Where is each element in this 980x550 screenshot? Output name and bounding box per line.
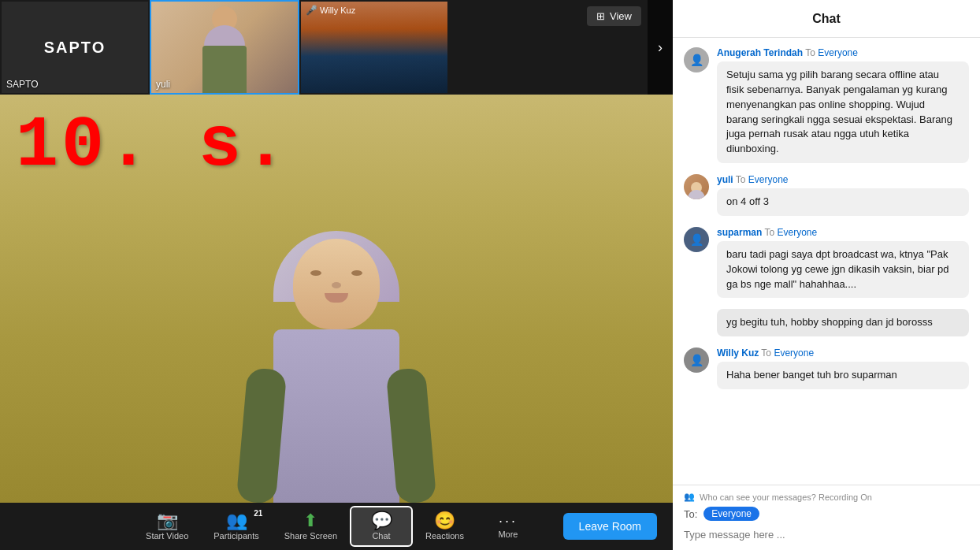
msg-bubble-2: on 4 off 3	[717, 188, 969, 216]
msg-bubble-1: Setuju sama yg pilih barang secara offli…	[717, 61, 969, 163]
main-video-area: SAPTO SAPTO yuli 🎤 Willy Kuz	[0, 0, 673, 550]
msg-content-3: suparman To Everyone baru tadi pagi saya…	[717, 227, 969, 299]
msg-content-5: Willy Kuz To Everyone Haha bener banget …	[717, 347, 969, 389]
sender-name-2: yuli	[717, 174, 733, 185]
msg-content-2: yuli To Everyone on 4 off 3	[717, 174, 969, 216]
avatar-anugerah: 👤	[684, 47, 709, 72]
msg-bubble-5: Haha bener banget tuh bro suparman	[717, 362, 969, 389]
willy-mic-icon: 🎤	[306, 5, 317, 16]
stop-video-label: Start Video	[146, 531, 188, 541]
more-label: More	[498, 530, 518, 539]
visibility-icon: 👥	[684, 492, 695, 502]
msg-recipient-3: Everyone	[778, 227, 818, 238]
willy-thumb-name: Willy Kuz	[320, 6, 355, 15]
leave-room-button[interactable]: Leave Room	[563, 513, 657, 540]
stop-video-icon: 📷 ⁻	[157, 512, 178, 530]
msg-recipient-5: Everyone	[774, 347, 814, 359]
sapto-thumb-name: SAPTO	[6, 79, 38, 90]
everyone-badge[interactable]: Everyone	[703, 507, 759, 521]
thumbnail-strip: SAPTO SAPTO yuli 🎤 Willy Kuz	[0, 0, 673, 95]
msg-bubble-3: baru tadi pagi saya dpt broadcast wa, kt…	[717, 241, 969, 299]
avatar-suparman: 👤	[684, 227, 709, 252]
msg-content-4: yg begitu tuh, hobby shopping dan jd bor…	[717, 309, 969, 336]
view-button[interactable]: ⊞ View	[587, 6, 641, 26]
chat-footer: 👥 Who can see your messages? Recording O…	[673, 485, 980, 550]
msg-sender-line-5: Willy Kuz To Everyone	[717, 347, 969, 359]
chat-visibility-row: 👥 Who can see your messages? Recording O…	[684, 492, 969, 502]
chat-label: Chat	[372, 531, 390, 541]
share-screen-label: Share Screen	[284, 531, 337, 541]
reactions-button[interactable]: 😊 Reactions	[413, 507, 477, 545]
msg-recipient-2: Everyone	[748, 174, 789, 185]
thumbnail-sapto[interactable]: SAPTO SAPTO	[0, 0, 150, 95]
more-button[interactable]: ··· More	[477, 509, 540, 544]
share-screen-button[interactable]: ⬆ Share Screen	[272, 507, 350, 545]
thumbnail-next-arrow[interactable]: ›	[648, 0, 673, 95]
to-label: To:	[684, 508, 697, 520]
msg-recipient-1: Everyone	[818, 47, 858, 58]
chat-icon: 💬	[371, 512, 392, 530]
participants-icon: 👥	[226, 512, 247, 530]
thumbnail-yuli[interactable]: yuli	[150, 0, 299, 95]
chat-header: Chat	[673, 0, 980, 38]
msg-content-1: Anugerah Terindah To Everyone Setuju sam…	[717, 47, 969, 163]
toolbar: 📷 ⁻ Start Video 👥 21 Participants ⬆ Shar…	[0, 503, 673, 550]
reactions-icon: 😊	[434, 512, 455, 530]
msg-sender-line-1: Anugerah Terindah To Everyone	[717, 47, 969, 58]
msg-to-5: To	[761, 347, 774, 359]
participants-label: Participants	[213, 531, 258, 541]
chat-panel: Chat 👤 Anugerah Terindah To Everyone Set…	[673, 0, 980, 550]
avatar-yuli	[684, 174, 709, 199]
sender-name-5: Willy Kuz	[717, 347, 759, 359]
yuli-thumb-name: yuli	[156, 79, 170, 90]
chat-message-1: 👤 Anugerah Terindah To Everyone Setuju s…	[684, 47, 969, 163]
chat-message-2: yuli To Everyone on 4 off 3	[684, 174, 969, 216]
thumbnail-willy[interactable]: 🎤 Willy Kuz	[299, 0, 449, 95]
chat-message-3: 👤 suparman To Everyone baru tadi pagi sa…	[684, 227, 969, 299]
reactions-label: Reactions	[425, 531, 464, 541]
sender-name-1: Anugerah Terindah	[717, 47, 803, 58]
msg-to-3: To	[764, 227, 777, 238]
participants-badge: 21	[251, 509, 265, 518]
chat-input[interactable]	[684, 526, 969, 544]
visibility-text: Who can see your messages? Recording On	[700, 492, 872, 502]
stop-video-button[interactable]: 📷 ⁻ Start Video	[133, 507, 201, 545]
msg-to-1: To	[805, 47, 818, 58]
chat-messages: 👤 Anugerah Terindah To Everyone Setuju s…	[673, 38, 980, 485]
chat-to-row: To: Everyone	[684, 507, 969, 521]
msg-sender-line-2: yuli To Everyone	[717, 174, 969, 185]
chat-message-4: yg begitu tuh, hobby shopping dan jd bor…	[684, 309, 969, 336]
more-icon: ···	[499, 514, 518, 528]
main-video: 10. s.	[0, 95, 673, 503]
msg-to-2: To	[736, 174, 748, 185]
chat-button[interactable]: 💬 Chat	[350, 506, 413, 547]
sender-name-3: suparman	[717, 227, 762, 238]
chat-message-5: 👤 Willy Kuz To Everyone Haha bener bange…	[684, 347, 969, 389]
chat-title: Chat	[812, 12, 841, 26]
participants-button[interactable]: 👥 21 Participants	[201, 507, 271, 545]
grid-view-icon: ⊞	[596, 10, 605, 22]
msg-sender-line-3: suparman To Everyone	[717, 227, 969, 238]
share-screen-icon: ⬆	[303, 512, 317, 530]
sapto-name-label: SAPTO	[44, 39, 106, 57]
avatar-willy: 👤	[684, 347, 709, 373]
main-person-figure	[195, 117, 478, 503]
msg-bubble-4: yg begitu tuh, hobby shopping dan jd bor…	[717, 309, 969, 336]
